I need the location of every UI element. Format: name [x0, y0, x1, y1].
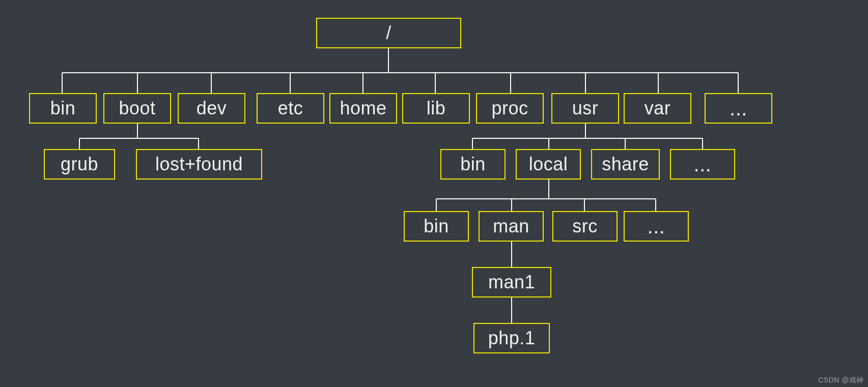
- node-var: var: [624, 93, 691, 124]
- node-usr: usr: [551, 93, 619, 124]
- node-bin: bin: [29, 93, 97, 124]
- node-lib: lib: [402, 93, 470, 124]
- node-local-bin: bin: [404, 211, 469, 242]
- node-root: /: [316, 18, 461, 48]
- watermark: CSDN @戏神: [818, 376, 864, 385]
- node-usr-share: share: [591, 149, 660, 180]
- node-usr-local: local: [516, 149, 581, 180]
- node-more-1: ...: [705, 93, 772, 124]
- node-local-more: ...: [624, 211, 689, 242]
- node-home: home: [329, 93, 397, 124]
- node-boot: boot: [103, 93, 171, 124]
- diagram-stage: { "diagram_type": "filesystem-tree", "ro…: [0, 0, 868, 387]
- node-local-src: src: [552, 211, 618, 242]
- connectors: [0, 0, 868, 387]
- node-local-man: man: [479, 211, 544, 242]
- node-grub: grub: [44, 149, 115, 180]
- node-etc: etc: [257, 93, 324, 124]
- node-lostfound: lost+found: [136, 149, 262, 180]
- node-man1: man1: [472, 267, 551, 297]
- node-usr-bin: bin: [440, 149, 506, 180]
- node-php1: php.1: [473, 323, 550, 353]
- node-dev: dev: [178, 93, 245, 124]
- node-usr-more: ...: [670, 149, 735, 180]
- node-proc: proc: [476, 93, 544, 124]
